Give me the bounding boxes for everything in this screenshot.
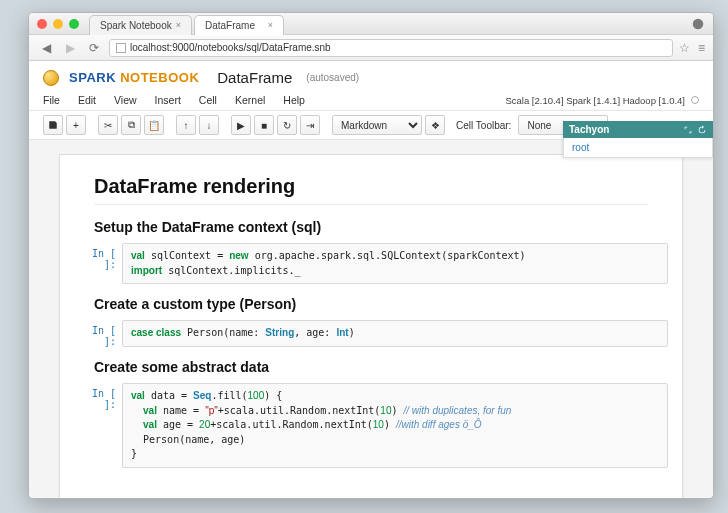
code-cell[interactable]: In [ ]: case class Person(name: String, … bbox=[74, 320, 668, 347]
kernel-env: Scala [2.10.4] Spark [1.4.1] Hadoop [1.0… bbox=[505, 95, 699, 106]
zoom-window-button[interactable] bbox=[69, 19, 79, 29]
cell-toolbar-label: Cell Toolbar: bbox=[456, 120, 511, 131]
extension-icon[interactable] bbox=[691, 17, 705, 31]
window-controls bbox=[37, 19, 79, 29]
menubar: File Edit View Insert Cell Kernel Help S… bbox=[29, 90, 713, 111]
section-setup-heading: Setup the DataFrame context (sql) bbox=[94, 219, 648, 235]
titlebar: Spark Notebook × DataFrame × bbox=[29, 13, 713, 35]
cell-toolbar-button[interactable]: ❖ bbox=[425, 115, 445, 135]
notebook-body: DataFrame rendering Setup the DataFrame … bbox=[29, 140, 713, 498]
addr-tools: ☆ ≡ bbox=[679, 41, 705, 55]
tab-dataframe[interactable]: DataFrame × bbox=[194, 15, 284, 35]
address-bar: ◀ ▶ ⟳ localhost:9000/notebooks/sql/DataF… bbox=[29, 35, 713, 61]
kernel-status-icon bbox=[691, 96, 699, 104]
logo-icon bbox=[43, 70, 59, 86]
menu-edit[interactable]: Edit bbox=[78, 92, 96, 108]
cut-button[interactable]: ✂ bbox=[98, 115, 118, 135]
menu-icon[interactable]: ≡ bbox=[698, 41, 705, 55]
code-cell[interactable]: In [ ]: val data = Seq.fill(100) { val n… bbox=[74, 383, 668, 468]
menu-view[interactable]: View bbox=[114, 92, 137, 108]
run-button[interactable]: ▶ bbox=[231, 115, 251, 135]
url-text: localhost:9000/notebooks/sql/DataFrame.s… bbox=[130, 42, 331, 53]
forward-button[interactable]: ▶ bbox=[61, 39, 79, 57]
menu-cell[interactable]: Cell bbox=[199, 92, 217, 108]
extensions bbox=[691, 17, 705, 31]
bookmark-icon[interactable]: ☆ bbox=[679, 41, 690, 55]
close-window-button[interactable] bbox=[37, 19, 47, 29]
menu-file[interactable]: File bbox=[43, 92, 60, 108]
move-down-button[interactable]: ↓ bbox=[199, 115, 219, 135]
menu-kernel[interactable]: Kernel bbox=[235, 92, 265, 108]
tab-spark-notebook[interactable]: Spark Notebook × bbox=[89, 15, 192, 35]
cell-type-select[interactable]: Markdown bbox=[332, 115, 422, 135]
close-tab-icon[interactable]: × bbox=[268, 20, 273, 30]
notebook-header: SPARK NOTEBOOK DataFrame (autosaved) bbox=[29, 61, 713, 90]
menu-help[interactable]: Help bbox=[283, 92, 305, 108]
page-title: DataFrame rendering bbox=[94, 175, 648, 205]
tab-label: Spark Notebook bbox=[100, 20, 172, 31]
env-text: Scala [2.10.4] Spark [1.4.1] Hadoop [1.0… bbox=[505, 95, 685, 106]
expand-icon[interactable] bbox=[683, 125, 693, 135]
save-button[interactable] bbox=[43, 115, 63, 135]
stop-button[interactable]: ■ bbox=[254, 115, 274, 135]
browser-window: Spark Notebook × DataFrame × ◀ ▶ ⟳ local… bbox=[28, 12, 714, 499]
code-input[interactable]: val data = Seq.fill(100) { val name = "p… bbox=[122, 383, 668, 468]
close-tab-icon[interactable]: × bbox=[176, 20, 181, 30]
panel-header[interactable]: Tachyon bbox=[563, 121, 713, 138]
panel-entry[interactable]: root bbox=[563, 138, 713, 158]
code-input[interactable]: val sqlContext = new org.apache.spark.sq… bbox=[122, 243, 668, 284]
add-cell-button[interactable]: + bbox=[66, 115, 86, 135]
side-panel: Tachyon root bbox=[563, 121, 713, 158]
code-input[interactable]: case class Person(name: String, age: Int… bbox=[122, 320, 668, 347]
browser-tabs: Spark Notebook × DataFrame × bbox=[89, 13, 286, 35]
autosave-status: (autosaved) bbox=[306, 72, 359, 83]
notebook-title[interactable]: DataFrame bbox=[217, 69, 292, 86]
sheet: DataFrame rendering Setup the DataFrame … bbox=[59, 154, 683, 498]
logo-text: SPARK NOTEBOOK bbox=[69, 70, 199, 85]
svg-point-0 bbox=[693, 18, 704, 29]
panel-title: Tachyon bbox=[569, 124, 609, 135]
restart-button[interactable]: ↻ bbox=[277, 115, 297, 135]
refresh-icon[interactable] bbox=[697, 125, 707, 135]
code-cell[interactable]: In [ ]: val sqlContext = new org.apache.… bbox=[74, 243, 668, 284]
minimize-window-button[interactable] bbox=[53, 19, 63, 29]
cell-prompt: In [ ]: bbox=[74, 320, 122, 347]
run-all-button[interactable]: ⇥ bbox=[300, 115, 320, 135]
page-icon bbox=[116, 43, 126, 53]
tab-label: DataFrame bbox=[205, 20, 255, 31]
move-up-button[interactable]: ↑ bbox=[176, 115, 196, 135]
section-data-heading: Create some abstract data bbox=[94, 359, 648, 375]
cell-prompt: In [ ]: bbox=[74, 243, 122, 284]
menu-insert[interactable]: Insert bbox=[155, 92, 181, 108]
paste-button[interactable]: 📋 bbox=[144, 115, 164, 135]
reload-button[interactable]: ⟳ bbox=[85, 39, 103, 57]
back-button[interactable]: ◀ bbox=[37, 39, 55, 57]
url-field[interactable]: localhost:9000/notebooks/sql/DataFrame.s… bbox=[109, 39, 673, 57]
section-person-heading: Create a custom type (Person) bbox=[94, 296, 648, 312]
cell-prompt: In [ ]: bbox=[74, 383, 122, 468]
copy-button[interactable]: ⧉ bbox=[121, 115, 141, 135]
